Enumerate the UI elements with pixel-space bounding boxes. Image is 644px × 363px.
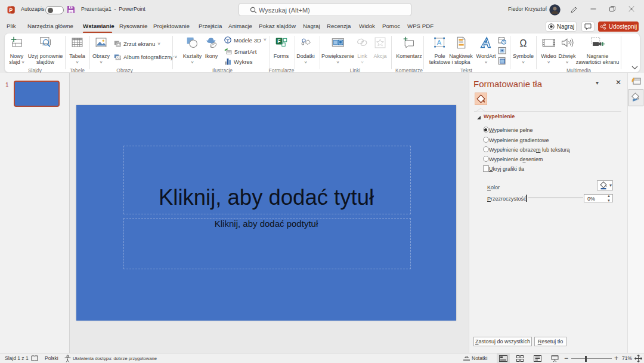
svg-text:Ω: Ω (520, 38, 527, 48)
svg-text:P: P (9, 7, 13, 13)
svg-text:F: F (277, 38, 280, 44)
